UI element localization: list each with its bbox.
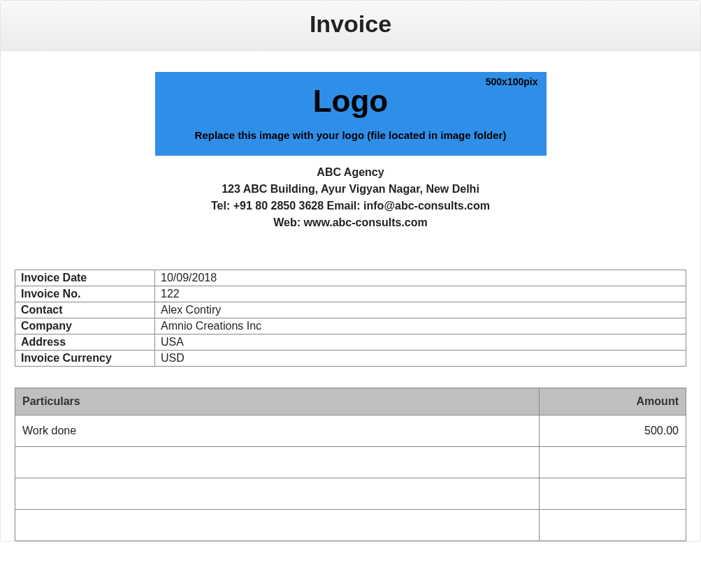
meta-row-company: Company Amnio Creations Inc (15, 318, 686, 335)
logo-wrap: 500x100pix Logo Replace this image with … (15, 72, 686, 156)
invoice-meta-table: Invoice Date 10/09/2018 Invoice No. 122 … (15, 270, 686, 367)
company-web: Web: www.abc-consults.com (15, 214, 686, 231)
col-header-particulars: Particulars (15, 388, 540, 416)
meta-label-no: Invoice No. (15, 286, 155, 302)
item-amount: 500.00 (540, 416, 686, 447)
item-amount (540, 478, 686, 510)
item-row (15, 478, 686, 510)
invoice-page: Invoice 500x100pix Logo Replace this ima… (0, 0, 701, 542)
meta-label-company: Company (15, 318, 155, 335)
company-name: ABC Agency (15, 164, 686, 181)
item-amount (540, 447, 686, 478)
logo-dimensions-label: 500x100pix (486, 76, 538, 87)
meta-value-no: 122 (155, 286, 686, 302)
item-row (15, 447, 686, 478)
company-contact: Tel: +91 80 2850 3628 Email: info@abc-co… (15, 198, 686, 214)
meta-row-date: Invoice Date 10/09/2018 (15, 270, 686, 286)
page-title: Invoice (1, 10, 700, 38)
meta-label-date: Invoice Date (15, 270, 155, 286)
meta-value-contact: Alex Contiry (155, 302, 686, 318)
col-header-amount: Amount (540, 388, 686, 416)
item-particulars: Work done (15, 416, 540, 447)
content-area: 500x100pix Logo Replace this image with … (1, 51, 700, 541)
item-row (15, 510, 686, 541)
meta-label-contact: Contact (15, 302, 155, 318)
item-particulars (15, 510, 540, 541)
meta-row-address: Address USA (15, 335, 686, 351)
meta-row-no: Invoice No. 122 (15, 286, 686, 302)
item-particulars (15, 447, 540, 478)
invoice-items-table: Particulars Amount Work done 500.00 (15, 388, 686, 541)
meta-value-currency: USD (155, 351, 686, 367)
meta-label-address: Address (15, 335, 155, 351)
meta-value-date: 10/09/2018 (155, 270, 686, 286)
meta-row-contact: Contact Alex Contiry (15, 302, 686, 318)
header-bar: Invoice (1, 1, 700, 51)
item-particulars (15, 478, 540, 510)
items-header-row: Particulars Amount (15, 388, 686, 416)
logo-subtext: Replace this image with your logo (file … (155, 129, 547, 141)
meta-row-currency: Invoice Currency USD (15, 351, 686, 367)
meta-label-currency: Invoice Currency (15, 351, 155, 367)
meta-value-address: USA (155, 335, 686, 351)
item-amount (540, 510, 686, 541)
meta-value-company: Amnio Creations Inc (155, 318, 686, 335)
company-info: ABC Agency 123 ABC Building, Ayur Vigyan… (15, 164, 686, 231)
logo-placeholder: 500x100pix Logo Replace this image with … (155, 72, 547, 156)
item-row: Work done 500.00 (15, 416, 686, 447)
company-address: 123 ABC Building, Ayur Vigyan Nagar, New… (15, 181, 686, 198)
